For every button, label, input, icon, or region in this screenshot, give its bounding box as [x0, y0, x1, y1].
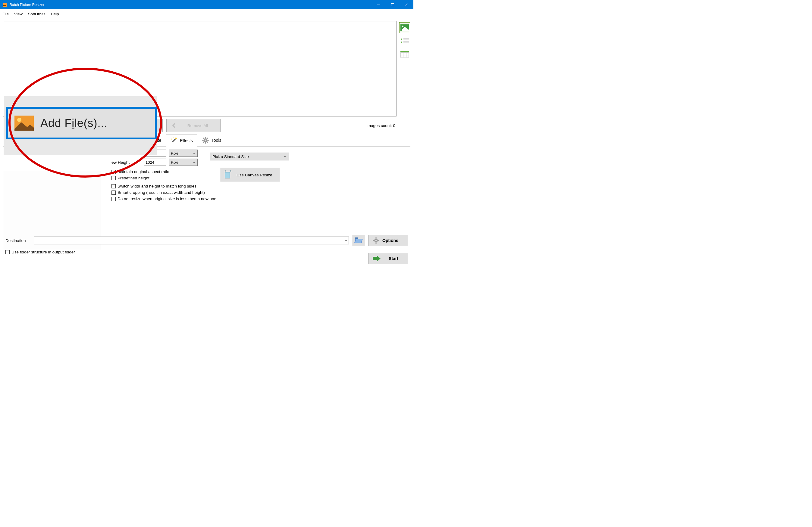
height-unit-select[interactable]: Pixel	[169, 159, 198, 166]
wand-icon	[170, 137, 177, 144]
tab-effects[interactable]: Effects	[166, 134, 197, 147]
maximize-button[interactable]	[386, 0, 400, 9]
svg-point-23	[171, 139, 172, 140]
destination-label: Destination	[5, 238, 31, 243]
menu-softorbits[interactable]: SoftOrbits	[28, 12, 45, 16]
switch-wh-label: Switch width and height to match long si…	[117, 184, 197, 189]
start-label: Start	[383, 256, 403, 261]
width-unit-value: Pixel	[171, 151, 179, 155]
svg-rect-40	[355, 238, 358, 239]
maintain-ratio-checkbox[interactable]: ✓	[112, 170, 116, 174]
svg-line-32	[207, 141, 208, 143]
chevron-down-icon	[192, 152, 195, 154]
view-table-button[interactable]	[399, 49, 410, 60]
close-button[interactable]	[400, 0, 414, 9]
svg-point-12	[401, 42, 402, 43]
predefined-height-checkbox[interactable]	[112, 176, 116, 180]
chevron-down-icon	[192, 161, 195, 163]
menu-file[interactable]: File	[2, 12, 9, 16]
app-icon	[2, 2, 7, 7]
gear-icon	[373, 237, 379, 244]
svg-line-31	[203, 138, 204, 139]
new-height-input[interactable]	[144, 159, 166, 166]
smart-cropping-label: Smart cropping (result in exact width an…	[117, 190, 205, 195]
maintain-ratio-label: Maintain original aspect ratio	[117, 169, 169, 174]
options-label: Options	[382, 238, 398, 243]
svg-point-43	[375, 240, 377, 241]
svg-rect-13	[403, 42, 409, 42]
window-title: Batch Picture Resizer	[10, 3, 372, 7]
add-files-label: Add File(s)...	[40, 117, 155, 130]
menu-view[interactable]: View	[14, 12, 23, 16]
minimize-button[interactable]	[372, 0, 386, 9]
svg-rect-35	[225, 172, 230, 178]
menubar: File View SoftOrbits Help	[0, 9, 414, 19]
svg-rect-4	[391, 3, 394, 6]
titlebar: Batch Picture Resizer	[0, 0, 414, 9]
switch-wh-checkbox[interactable]	[112, 184, 116, 189]
width-unit-select[interactable]: Pixel	[169, 150, 198, 157]
canvas-icon	[224, 170, 232, 179]
canvas-resize-label: Use Canvas Resize	[236, 173, 272, 177]
folder-icon	[354, 237, 363, 244]
menu-help[interactable]: Help	[51, 12, 59, 16]
play-arrow-icon	[373, 256, 380, 261]
use-folder-structure-checkbox[interactable]	[5, 250, 10, 254]
remove-all-button[interactable]: Remove All	[166, 119, 220, 132]
standard-size-value: Pick a Standard Size	[213, 154, 249, 159]
standard-size-select[interactable]: Pick a Standard Size	[210, 153, 289, 161]
tab-tools[interactable]: Tools	[197, 134, 226, 146]
svg-marker-41	[355, 239, 362, 243]
tab-tools-label: Tools	[212, 138, 221, 143]
tab-effects-label: Effects	[180, 138, 193, 143]
destination-input[interactable]	[34, 237, 349, 244]
chevron-left-icon	[171, 123, 177, 128]
svg-rect-11	[403, 39, 409, 40]
svg-line-33	[207, 138, 208, 139]
gear-icon	[202, 137, 209, 144]
svg-point-10	[401, 39, 402, 40]
no-resize-smaller-label: Do not resize when original size is less…	[117, 197, 216, 201]
image-icon	[14, 116, 34, 131]
view-list-button[interactable]	[399, 35, 410, 46]
predefined-height-label: Predefined height	[117, 176, 149, 180]
remove-all-label: Remove All	[180, 123, 215, 128]
svg-point-50	[17, 118, 21, 122]
svg-rect-14	[401, 51, 409, 52]
view-thumbnail-button[interactable]	[399, 22, 410, 33]
svg-rect-1	[3, 5, 6, 6]
new-height-label: ew Height	[112, 160, 142, 165]
use-folder-structure-label: Use folder structure in output folder	[12, 250, 75, 254]
svg-point-24	[173, 137, 174, 138]
new-width-input[interactable]	[144, 150, 166, 157]
height-unit-value: Pixel	[171, 160, 179, 165]
chevron-down-icon	[284, 155, 287, 157]
start-button[interactable]: Start	[368, 253, 408, 264]
svg-marker-48	[373, 256, 380, 261]
svg-point-26	[205, 140, 206, 141]
svg-point-2	[4, 3, 4, 4]
no-resize-smaller-checkbox[interactable]	[112, 197, 116, 201]
images-count-label: Images count: 0	[366, 123, 410, 128]
destination-row: Destination Options	[0, 235, 414, 246]
browse-destination-button[interactable]	[352, 235, 365, 246]
canvas-resize-button[interactable]: Use Canvas Resize	[220, 168, 280, 182]
svg-point-8	[402, 26, 403, 27]
chevron-down-icon	[344, 240, 347, 241]
preview-area	[3, 21, 396, 117]
svg-line-34	[203, 141, 204, 143]
smart-cropping-checkbox[interactable]	[112, 191, 116, 195]
add-files-button[interactable]: Add File(s)...	[6, 107, 157, 139]
options-button[interactable]: Options	[368, 235, 408, 246]
view-toolbar	[399, 21, 410, 117]
